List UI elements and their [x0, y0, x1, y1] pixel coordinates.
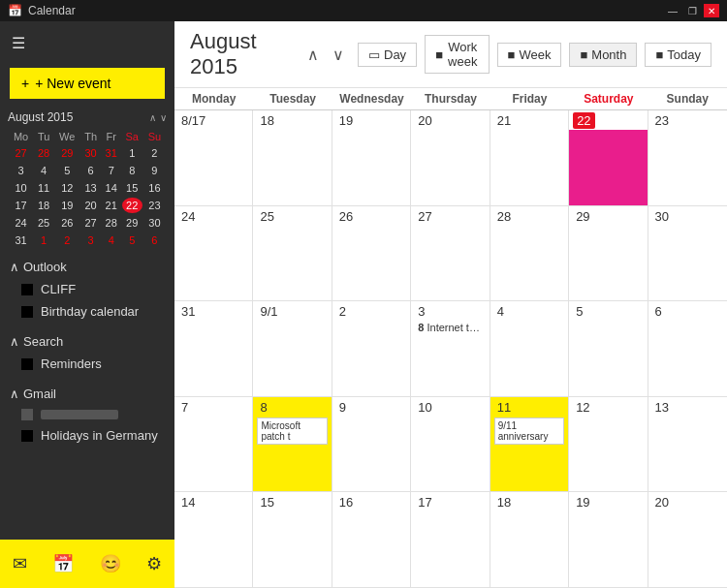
mini-cal-day[interactable]: 5: [122, 232, 142, 248]
cell-9-20[interactable]: 20: [648, 492, 727, 587]
cal-prev-button[interactable]: ∧: [301, 44, 325, 66]
cell-19[interactable]: 19: [332, 110, 411, 205]
mini-cal-day[interactable]: 31: [103, 145, 120, 161]
mini-cal-day[interactable]: 27: [80, 215, 100, 231]
cell-18[interactable]: 18: [253, 110, 332, 205]
calendar-icon[interactable]: 📅: [52, 553, 74, 574]
mini-cal-day[interactable]: 7: [103, 163, 120, 178]
mini-cal-day[interactable]: 17: [10, 198, 32, 213]
mini-cal-day[interactable]: 25: [34, 215, 53, 231]
mini-cal-day[interactable]: 28: [103, 215, 120, 231]
cell-9-6[interactable]: 6: [648, 301, 727, 396]
cell-8-17[interactable]: 8/17: [174, 110, 253, 205]
mini-cal-day[interactable]: 14: [103, 180, 120, 196]
mini-cal-day[interactable]: 23: [144, 198, 165, 213]
mini-cal-day[interactable]: 4: [34, 163, 53, 178]
mini-cal-day[interactable]: 26: [55, 215, 79, 231]
cell-9-8[interactable]: 8 Microsoft patch t: [253, 397, 332, 492]
mini-cal-day[interactable]: 12: [55, 180, 79, 196]
view-week-button[interactable]: ■ Week: [497, 43, 562, 67]
minimize-button[interactable]: —: [665, 4, 680, 17]
mini-cal-day[interactable]: 1: [34, 232, 53, 248]
cell-9-1[interactable]: 9/1: [253, 301, 332, 396]
mail-icon[interactable]: ✉: [13, 553, 27, 574]
window-controls[interactable]: — ❐ ✕: [665, 4, 719, 17]
view-workweek-button[interactable]: ■ Work week: [425, 35, 489, 74]
cell-29[interactable]: 29: [569, 206, 648, 301]
outlook-header[interactable]: ∧ Outlook: [10, 260, 165, 274]
mini-cal-day[interactable]: 27: [10, 145, 32, 161]
cell-22[interactable]: 22 17:55 10 Forums: [569, 110, 648, 205]
view-month-button[interactable]: ■ Month: [569, 43, 637, 67]
view-day-button[interactable]: ▭ Day: [358, 43, 417, 67]
mini-cal-day[interactable]: 15: [122, 180, 142, 196]
cell-9-9[interactable]: 9: [332, 397, 411, 492]
mini-cal-day[interactable]: 18: [34, 198, 53, 213]
mini-cal-next[interactable]: ∨: [160, 112, 167, 123]
cell-9-14[interactable]: 14: [174, 492, 253, 587]
cell-9-12[interactable]: 12: [569, 397, 648, 492]
mini-cal-day[interactable]: 13: [80, 180, 100, 196]
mini-cal-day[interactable]: 28: [34, 145, 53, 161]
mini-cal-day[interactable]: 2: [144, 145, 165, 161]
mini-cal-day[interactable]: 21: [103, 198, 120, 213]
mini-cal-day[interactable]: 4: [103, 232, 120, 248]
sidebar-item-holidays[interactable]: Holidays in Germany: [10, 424, 165, 447]
cell-9-16[interactable]: 16: [332, 492, 411, 587]
gmail-header[interactable]: ∧ Gmail: [10, 387, 165, 401]
mini-cal-day[interactable]: 10: [10, 180, 32, 196]
cell-27[interactable]: 27: [411, 206, 490, 301]
sidebar-item-reminders[interactable]: Reminders: [10, 353, 165, 375]
mini-cal-day[interactable]: 22: [122, 198, 142, 213]
cell-9-19[interactable]: 19: [569, 492, 648, 587]
mini-cal-day[interactable]: 29: [122, 215, 142, 231]
mini-cal-day[interactable]: 9: [144, 163, 165, 178]
mini-cal-day[interactable]: 19: [55, 198, 79, 213]
mini-cal-day[interactable]: 11: [34, 180, 53, 196]
hamburger-menu[interactable]: ☰: [0, 21, 174, 64]
sidebar-item-cliff[interactable]: CLIFF: [10, 278, 165, 300]
close-button[interactable]: ✕: [704, 4, 719, 17]
mini-cal-day[interactable]: 5: [55, 163, 79, 178]
mini-cal-day[interactable]: 3: [80, 232, 100, 248]
mini-cal-day[interactable]: 31: [10, 232, 32, 248]
cell-9-5[interactable]: 5: [569, 301, 648, 396]
cell-25[interactable]: 25: [253, 206, 332, 301]
cell-9-7[interactable]: 7: [174, 397, 253, 492]
mini-cal-day[interactable]: 2: [55, 232, 79, 248]
mini-cal-day[interactable]: 16: [144, 180, 165, 196]
sidebar-item-birthday[interactable]: Birthday calendar: [10, 300, 165, 323]
cell-31[interactable]: 31: [174, 301, 253, 396]
emoji-icon[interactable]: 😊: [100, 553, 121, 574]
cell-23[interactable]: 23: [648, 110, 727, 205]
mini-cal-day[interactable]: 3: [10, 163, 32, 178]
cell-28[interactable]: 28: [490, 206, 569, 301]
mini-cal-day[interactable]: 30: [80, 145, 100, 161]
cell-9-3[interactable]: 3 8 Internet turned: [411, 301, 490, 396]
cell-9-4[interactable]: 4: [490, 301, 569, 396]
mini-cal-day[interactable]: 29: [55, 145, 79, 161]
sidebar-item-gmail-account[interactable]: [10, 405, 165, 424]
cell-30[interactable]: 30: [648, 206, 727, 301]
mini-cal-day[interactable]: 24: [10, 215, 32, 231]
mini-cal-day[interactable]: 6: [80, 163, 100, 178]
new-event-button[interactable]: + + New event: [10, 68, 165, 99]
cell-24[interactable]: 24: [174, 206, 253, 301]
settings-icon[interactable]: ⚙: [146, 553, 162, 574]
cal-next-button[interactable]: ∨: [327, 44, 350, 66]
mini-cal-prev[interactable]: ∧: [149, 112, 156, 123]
cell-9-11[interactable]: 11 9/11 anniversary: [490, 397, 569, 492]
mini-cal-day[interactable]: 30: [144, 215, 165, 231]
cell-9-10[interactable]: 10: [411, 397, 490, 492]
view-today-button[interactable]: ■ Today: [645, 43, 711, 67]
cell-20[interactable]: 20: [411, 110, 490, 205]
search-header[interactable]: ∧ Search: [10, 334, 165, 349]
cell-21[interactable]: 21: [490, 110, 569, 205]
cell-9-18[interactable]: 18: [490, 492, 569, 587]
mini-cal-day[interactable]: 6: [144, 232, 165, 248]
cell-9-17[interactable]: 17: [411, 492, 490, 587]
cell-26[interactable]: 26: [332, 206, 411, 301]
mini-cal-day[interactable]: 20: [80, 198, 100, 213]
mini-cal-day[interactable]: 8: [122, 163, 142, 178]
cell-9-13[interactable]: 13: [648, 397, 727, 492]
